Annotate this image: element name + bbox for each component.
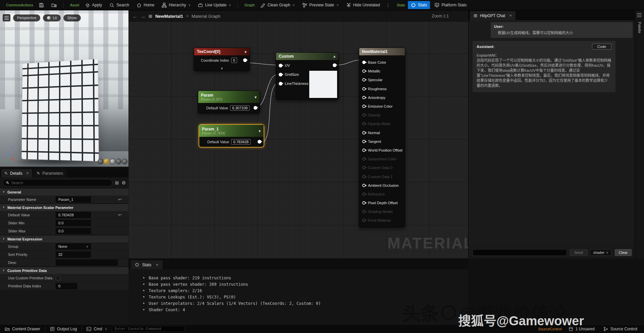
input-pin[interactable] bbox=[362, 149, 366, 152]
preview-shape-cylinder-button[interactable] bbox=[98, 159, 103, 164]
material-pin-tangent[interactable]: Tangent bbox=[359, 137, 405, 146]
browse-to-asset-button[interactable] bbox=[48, 1, 60, 9]
clear-button[interactable]: Clear bbox=[615, 249, 632, 256]
material-pin-world-position-offset[interactable]: World Position Offset bbox=[359, 146, 405, 155]
settings-gear-icon[interactable]: ⚙ bbox=[121, 180, 126, 185]
input-pin[interactable] bbox=[279, 73, 282, 76]
save-button[interactable] bbox=[36, 1, 47, 9]
model-select-dropdown[interactable]: shader ∨ bbox=[590, 249, 612, 256]
node-param-header[interactable]: Param Param (6.307) ∨ bbox=[198, 91, 260, 103]
apply-button[interactable]: Apply bbox=[82, 1, 105, 9]
input-pin-uv[interactable]: UV bbox=[279, 63, 290, 67]
viewport-menu-button[interactable] bbox=[3, 14, 10, 21]
close-icon[interactable]: ✕ bbox=[156, 263, 158, 267]
section-custom-primitive-data[interactable]: ▼ Custom Primitive Data bbox=[0, 267, 128, 274]
use-custom-primitive-data-checkbox[interactable] bbox=[56, 276, 60, 280]
section-material-expression[interactable]: ▼ Material Expression bbox=[0, 235, 128, 242]
preview-shape-sphere-button[interactable] bbox=[104, 159, 109, 164]
content-drawer-button[interactable]: Content Drawer bbox=[3, 327, 42, 331]
sort-priority-input[interactable]: 32 bbox=[56, 252, 91, 258]
console-command-input[interactable] bbox=[112, 326, 185, 332]
material-pin-normal[interactable]: Normal bbox=[359, 128, 405, 137]
node-material-header[interactable]: NewMaterial1 bbox=[359, 48, 405, 55]
hide-unrelated-button[interactable]: Hide Unrelated bbox=[343, 1, 383, 9]
chevron-down-icon[interactable]: ∨ bbox=[254, 95, 257, 99]
forward-arrow-button[interactable]: → bbox=[141, 13, 146, 19]
material-pin-metallic[interactable]: Metallic bbox=[359, 67, 405, 75]
sidebar-menu-button[interactable] bbox=[637, 13, 642, 17]
default-value-input[interactable]: 0.783428 bbox=[56, 212, 91, 218]
preview-viewport[interactable]: Perspective Lit Show Z x bbox=[0, 10, 128, 167]
input-pin-gridsize[interactable]: GridSize bbox=[279, 72, 299, 76]
chevron-up-icon[interactable]: ∧ bbox=[333, 55, 336, 58]
node-custom-header[interactable]: Custom ∧ bbox=[276, 53, 338, 60]
material-pin-pixel-depth-offset[interactable]: Pixel Depth Offset bbox=[359, 199, 405, 207]
hierarchy-button[interactable]: Hierarchy ∨ bbox=[159, 1, 194, 9]
material-pin-base-color[interactable]: Base Color bbox=[359, 58, 405, 67]
details-search-input[interactable] bbox=[11, 181, 109, 185]
palette-tab[interactable]: Palette bbox=[638, 22, 642, 33]
output-pin[interactable] bbox=[333, 63, 336, 67]
output-pin[interactable] bbox=[258, 140, 261, 144]
search-button[interactable]: Search bbox=[106, 1, 132, 9]
material-pin-specular[interactable]: Specular bbox=[359, 75, 405, 84]
primitive-data-index-input[interactable]: 0 bbox=[56, 283, 77, 289]
live-update-button[interactable]: Live Update ∨ bbox=[195, 1, 234, 9]
reset-to-default-button[interactable]: ↩ bbox=[118, 212, 122, 217]
section-scalar-parameter[interactable]: ▼ Material Expression Scalar Parameter bbox=[0, 204, 128, 211]
lit-mode-button[interactable]: Lit bbox=[43, 14, 61, 21]
input-pin-linethickness[interactable]: LineThickness bbox=[279, 81, 308, 86]
input-pin[interactable] bbox=[362, 61, 366, 64]
node-material-result[interactable]: NewMaterial1 Base Color Metallic Specula… bbox=[359, 48, 405, 227]
output-log-button[interactable]: Output Log bbox=[48, 327, 79, 331]
preview-shape-mesh-button[interactable] bbox=[122, 159, 127, 164]
chevron-down-icon[interactable]: ∨ bbox=[258, 129, 261, 133]
input-pin[interactable] bbox=[362, 184, 366, 187]
cmd-dropdown-button[interactable]: Cmd ∨ bbox=[85, 327, 109, 331]
overflow-menu-icon[interactable]: ⋮ bbox=[384, 2, 392, 8]
input-pin[interactable] bbox=[362, 69, 366, 73]
close-icon[interactable]: ✕ bbox=[509, 14, 512, 17]
material-graph-canvas[interactable]: ← → ⊞ NewMaterial1 > Material Graph Zoom… bbox=[128, 10, 468, 259]
material-pin-roughness[interactable]: Roughness bbox=[359, 85, 405, 93]
input-pin[interactable] bbox=[362, 105, 366, 108]
preview-state-button[interactable]: Preview State ∨ bbox=[299, 1, 342, 9]
source-control-button[interactable]: Source Control bbox=[601, 327, 639, 331]
preview-shape-cube-button[interactable] bbox=[116, 159, 121, 164]
material-pin-ambient-occlusion[interactable]: Ambient Occlusion bbox=[359, 181, 405, 190]
back-arrow-button[interactable]: ← bbox=[132, 13, 138, 19]
desc-input[interactable] bbox=[56, 260, 118, 266]
default-value-input[interactable]: 6.307109 bbox=[230, 105, 250, 111]
show-menu-button[interactable]: Show bbox=[63, 14, 81, 21]
input-pin[interactable] bbox=[279, 64, 282, 67]
input-pin[interactable] bbox=[362, 140, 366, 143]
tab-stats[interactable]: Stats ✕ bbox=[131, 260, 163, 269]
node-param[interactable]: Param Param (6.307) ∨ Default Value 6.30… bbox=[198, 91, 260, 113]
coordinate-index-input[interactable]: 0 bbox=[231, 58, 237, 63]
section-general[interactable]: ▼ General bbox=[0, 188, 128, 196]
breadcrumb-section[interactable]: Material Graph bbox=[192, 14, 220, 19]
home-button[interactable]: Home bbox=[133, 1, 157, 9]
material-pin-anisotropy[interactable]: Anisotropy bbox=[359, 93, 405, 102]
preview-shape-plane-button[interactable] bbox=[110, 159, 115, 164]
close-icon[interactable]: ✕ bbox=[26, 171, 29, 175]
slider-min-input[interactable]: 0.0 bbox=[56, 220, 91, 226]
reset-to-default-button[interactable]: ↩ bbox=[118, 197, 122, 202]
input-pin[interactable] bbox=[362, 96, 366, 99]
material-pin-emissive-color[interactable]: Emissive Color bbox=[359, 102, 405, 111]
chat-prompt-input[interactable] bbox=[473, 249, 567, 256]
platform-stats-button[interactable]: Platform Stats bbox=[431, 1, 470, 9]
send-button[interactable]: Send bbox=[570, 249, 588, 256]
breadcrumb-asset[interactable]: NewMaterial1 bbox=[155, 14, 183, 19]
perspective-button[interactable]: Perspective bbox=[13, 14, 40, 21]
details-search-box[interactable]: 🔍︎ bbox=[3, 179, 112, 186]
input-pin[interactable] bbox=[362, 87, 366, 91]
stats-toggle-button[interactable]: Stats bbox=[408, 1, 430, 9]
node-param-1-header[interactable]: Param_1 Param (0.7834) ∨ bbox=[199, 125, 264, 137]
tab-parameters[interactable]: ✎ Parameters bbox=[33, 169, 66, 177]
slider-max-input[interactable]: 0.0 bbox=[56, 228, 91, 234]
parameter-name-input[interactable]: Param_1 bbox=[56, 197, 91, 203]
tab-httpgpt-chat[interactable]: ⊞ HttpGPT Chat ✕ bbox=[470, 11, 516, 20]
output-pin[interactable] bbox=[254, 106, 257, 110]
input-pin[interactable] bbox=[279, 82, 282, 86]
